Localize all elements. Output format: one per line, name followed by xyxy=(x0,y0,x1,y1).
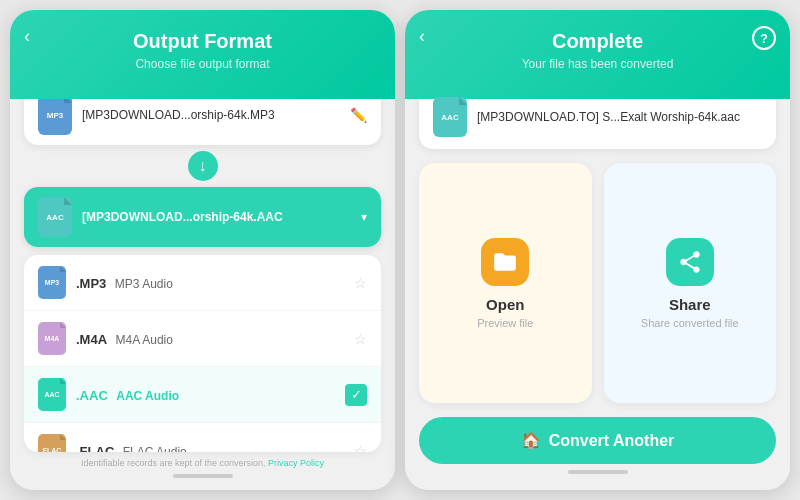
help-button[interactable]: ? xyxy=(752,26,776,50)
input-file-icon: MP3 xyxy=(38,99,72,135)
right-header: ‹ Complete Your file has been converted … xyxy=(405,10,790,99)
output-format-screen: ‹ Output Format Choose file output forma… xyxy=(10,10,395,490)
input-file-name: [MP3DOWNLOAD...orship-64k.MP3 xyxy=(82,108,340,122)
convert-another-label: Convert Another xyxy=(549,432,675,450)
share-sublabel: Share converted file xyxy=(641,317,739,329)
output-file-name: [MP3DOWNLOAD...orship-64k.AAC xyxy=(82,210,351,224)
format-item-aac[interactable]: AAC .AAC AAC Audio ✓ xyxy=(24,367,381,423)
left-header-subtitle: Choose file output format xyxy=(26,57,379,71)
output-file-card[interactable]: AAC [MP3DOWNLOAD...orship-64k.AAC ▾ xyxy=(24,187,381,247)
format-name-flac: FLAC Audio xyxy=(123,445,187,453)
format-icon-mp3: MP3 xyxy=(38,266,66,299)
format-ext-flac: .FLAC xyxy=(76,444,114,453)
format-name-aac: AAC Audio xyxy=(116,389,179,403)
converted-file-icon: AAC xyxy=(433,97,467,137)
open-sublabel: Preview file xyxy=(477,317,533,329)
share-label: Share xyxy=(669,296,711,313)
left-header: ‹ Output Format Choose file output forma… xyxy=(10,10,395,99)
format-text-aac: .AAC AAC Audio xyxy=(76,386,335,404)
bottom-bar-left xyxy=(173,474,233,478)
output-file-icon: AAC xyxy=(38,197,72,237)
format-text-flac: .FLAC FLAC Audio xyxy=(76,442,344,453)
complete-body: AAC [MP3DOWNLOAD.TO] S...Exalt Worship-6… xyxy=(405,99,790,490)
right-header-subtitle: Your file has been converted xyxy=(421,57,774,71)
privacy-policy-link[interactable]: Privacy Policy xyxy=(268,458,324,468)
left-screen-body: MP3 [MP3DOWNLOAD...orship-64k.MP3 ✏️ ↓ A… xyxy=(10,99,395,490)
dropdown-icon: ▾ xyxy=(361,210,367,224)
format-icon-aac: AAC xyxy=(38,378,66,411)
format-ext-m4a: .M4A xyxy=(76,332,107,347)
share-action-card[interactable]: Share Share converted file xyxy=(604,163,777,403)
share-icon xyxy=(666,238,714,286)
arrow-down-icon: ↓ xyxy=(188,151,218,181)
open-icon xyxy=(481,238,529,286)
format-star-flac[interactable]: ☆ xyxy=(354,443,367,453)
home-icon: 🏠 xyxy=(521,431,541,450)
format-text-m4a: .M4A M4A Audio xyxy=(76,330,344,348)
open-label: Open xyxy=(486,296,524,313)
convert-another-button[interactable]: 🏠 Convert Another xyxy=(419,417,776,464)
right-header-title: Complete xyxy=(421,30,774,53)
bottom-bar-right xyxy=(568,470,628,474)
format-text-mp3: .MP3 MP3 Audio xyxy=(76,274,344,292)
open-action-card[interactable]: Open Preview file xyxy=(419,163,592,403)
back-button-right[interactable]: ‹ xyxy=(419,26,425,47)
format-icon-flac: FLAC xyxy=(38,434,66,452)
action-cards: Open Preview file Share Share converted … xyxy=(419,163,776,403)
input-file-card: MP3 [MP3DOWNLOAD...orship-64k.MP3 ✏️ xyxy=(24,99,381,145)
format-item-m4a[interactable]: M4A .M4A M4A Audio ☆ xyxy=(24,311,381,367)
format-star-m4a[interactable]: ☆ xyxy=(354,331,367,347)
edit-icon[interactable]: ✏️ xyxy=(350,107,367,123)
format-check-aac: ✓ xyxy=(345,384,367,406)
format-name-mp3: MP3 Audio xyxy=(115,277,173,291)
format-icon-m4a: M4A xyxy=(38,322,66,355)
format-list: MP3 .MP3 MP3 Audio ☆ M4A .M4A M4A Audio … xyxy=(24,255,381,452)
back-button-left[interactable]: ‹ xyxy=(24,26,30,47)
format-name-m4a: M4A Audio xyxy=(116,333,173,347)
format-item-flac[interactable]: FLAC .FLAC FLAC Audio ☆ xyxy=(24,423,381,452)
footer-text: Identifiable records are kept of the con… xyxy=(24,452,381,468)
format-ext-mp3: .MP3 xyxy=(76,276,106,291)
format-ext-aac: .AAC xyxy=(76,388,108,403)
converted-file-name: [MP3DOWNLOAD.TO] S...Exalt Worship-64k.a… xyxy=(477,110,762,124)
left-header-title: Output Format xyxy=(26,30,379,53)
convert-arrow: ↓ xyxy=(24,145,381,187)
complete-screen: ‹ Complete Your file has been converted … xyxy=(405,10,790,490)
format-star-mp3[interactable]: ☆ xyxy=(354,275,367,291)
format-item-mp3[interactable]: MP3 .MP3 MP3 Audio ☆ xyxy=(24,255,381,311)
